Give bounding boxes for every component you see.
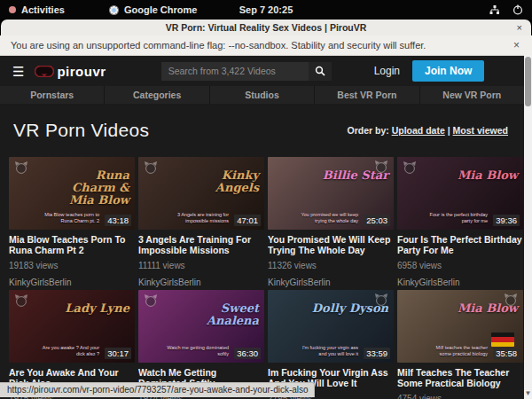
video-thumbnail[interactable]: Dolly Dyson I'm fucking your virgin ass … <box>268 290 394 363</box>
power-icon[interactable] <box>512 4 523 15</box>
view-count: 11111 views <box>138 261 264 270</box>
video-title-link[interactable]: 3 Angels Are Training For Impossible Mis… <box>138 234 264 255</box>
thumbnail-overlay-title: Sweet Analena <box>179 302 259 327</box>
nav-item-best-vr-porn[interactable]: Best VR Porn <box>315 86 419 104</box>
studio-mask-watermark-icon <box>14 161 28 174</box>
thumbnail-overlay-title: Kinky Angels <box>179 169 259 194</box>
video-thumbnail[interactable]: Mia Blow Milf teaches the teacher some p… <box>397 290 523 363</box>
order-by-label: Order by: <box>347 125 388 136</box>
duration-badge: 47:01 <box>234 215 261 226</box>
chrome-warning-bar: You are using an unsupported command-lin… <box>0 35 532 56</box>
video-thumbnail[interactable]: Lady Lyne Are you awake ? And your dick … <box>9 290 135 363</box>
duration-badge: 36:30 <box>234 348 261 359</box>
page-content: VR Porn Videos Order by: Upload date | M… <box>0 104 524 399</box>
site-header: ☰ pirouvr Login Join Now <box>0 56 532 86</box>
video-thumbnail[interactable]: Mia Blow Four is the perfect birthday pa… <box>397 157 523 230</box>
duration-badge: 25:03 <box>364 215 390 226</box>
thumbnail-overlay-title: Dolly Dyson <box>312 302 388 315</box>
site-nav: PornstarsCategoriesStudiosBest VR PornNe… <box>0 86 524 104</box>
video-card[interactable]: Mia Blow Milf teaches the teacher some p… <box>397 290 523 399</box>
studio-mask-watermark-icon <box>144 294 158 307</box>
search-input[interactable] <box>161 62 309 81</box>
status-url-bubble: https://pirouvr.com/vr-porn-video/779325… <box>0 382 315 397</box>
order-upload-date-link[interactable]: Upload date <box>392 125 445 136</box>
thumbnail-caption: Mia Blow teaches porn to Runa Charm pt. … <box>35 212 99 224</box>
view-count: 6958 views <box>397 261 523 270</box>
thumbnail-caption: Are you awake ? And your dick also ? <box>35 345 99 357</box>
duration-badge: 43:18 <box>105 215 131 226</box>
studio-mask-watermark-icon <box>144 161 158 174</box>
network-icon[interactable] <box>489 5 500 15</box>
thumbnail-overlay-title: Lady Lyne <box>65 302 129 315</box>
thumbnail-caption: Four is the perfect birthday party for m… <box>424 212 488 224</box>
view-count: 19183 views <box>9 261 135 270</box>
thumbnail-caption: Milf teaches the teacher some practical … <box>424 345 488 357</box>
order-most-viewed-link[interactable]: Most viewed <box>453 125 508 136</box>
video-thumbnail[interactable]: Sweet Analena Watch me getting dominated… <box>138 290 264 363</box>
video-thumbnail[interactable]: Billie Star You promised we will keep tr… <box>268 157 394 230</box>
system-top-bar: Activities Google Chrome Sep 7 20:25 <box>0 0 532 20</box>
warning-text: You are using an unsupported command-lin… <box>11 40 426 51</box>
duration-badge: 30:17 <box>105 348 131 359</box>
activities-button[interactable]: Activities <box>21 4 65 15</box>
scrollbar-down-arrow-icon[interactable]: ▼ <box>524 390 532 397</box>
page-title: VR Porn Videos <box>13 120 149 141</box>
recording-indicator-icon <box>9 6 16 13</box>
browser-tab-strip: VR Porn: Virtual Reality Sex Videos | Pi… <box>1 20 531 35</box>
warning-close-icon[interactable]: × <box>513 39 520 51</box>
studio-link[interactable]: KinkyGirlsBerlin <box>397 278 523 287</box>
order-by: Order by: Upload date | Most viewed <box>347 125 508 136</box>
duration-badge: 33:59 <box>364 348 390 359</box>
thumbnail-caption: I'm fucking your virgin ass and you will… <box>294 345 358 357</box>
scrollbar-thumb[interactable] <box>525 57 531 106</box>
login-link[interactable]: Login <box>374 65 400 77</box>
video-title-link[interactable]: You Promised We Will Keep Trying The Who… <box>268 234 394 255</box>
studio-link[interactable]: KinkyGirlsBerlin <box>9 278 135 287</box>
order-separator: | <box>448 125 450 136</box>
german-flag <box>491 332 514 347</box>
chrome-app-icon <box>109 5 119 15</box>
video-thumbnail[interactable]: Runa Charm & Mia Blow Mia Blow teaches p… <box>9 157 135 230</box>
app-menu-button[interactable]: Google Chrome <box>124 4 198 15</box>
video-card[interactable]: Mia Blow Four is the perfect birthday pa… <box>397 157 523 290</box>
video-title-link[interactable]: Four Is The Perfect Birthday Party For M… <box>397 234 523 255</box>
site-logo[interactable]: pirouvr <box>35 64 106 79</box>
video-card[interactable]: Billie Star You promised we will keep tr… <box>268 157 394 290</box>
view-count: 4754 views <box>397 394 523 399</box>
thumbnail-overlay-title: Mia Blow <box>458 302 518 315</box>
studio-link[interactable]: KinkyGirlsBerlin <box>268 278 394 287</box>
view-count: 11326 views <box>268 261 394 270</box>
scrollbar[interactable]: ▼ <box>524 55 532 399</box>
video-grid: Runa Charm & Mia Blow Mia Blow teaches p… <box>9 157 524 399</box>
nav-item-pornstars[interactable]: Pornstars <box>0 86 105 104</box>
studio-mask-watermark-icon <box>403 161 417 174</box>
video-card[interactable]: Runa Charm & Mia Blow Mia Blow teaches p… <box>9 157 135 290</box>
menu-icon[interactable]: ☰ <box>12 65 24 78</box>
search-icon <box>315 66 325 76</box>
thumbnail-overlay-title: Billie Star <box>323 169 388 182</box>
search-button[interactable] <box>309 62 332 81</box>
thumbnail-caption: Watch me getting dominated softly <box>165 345 229 357</box>
duration-badge: 39:36 <box>493 215 520 226</box>
thumbnail-caption: 3 Angels are training for impossible mis… <box>165 212 229 224</box>
video-card[interactable]: Kinky Angels 3 Angels are training for i… <box>138 157 264 290</box>
vr-headset-icon <box>35 66 54 77</box>
studio-link[interactable]: KinkyGirlsBerlin <box>138 278 264 287</box>
video-thumbnail[interactable]: Kinky Angels 3 Angels are training for i… <box>138 157 264 230</box>
thumbnail-overlay-title: Mia Blow <box>458 169 518 182</box>
nav-item-new-vr-porn[interactable]: New VR Porn <box>420 86 524 104</box>
tab-close-icon[interactable]: × <box>517 22 522 33</box>
thumbnail-overlay-title: Runa Charm & Mia Blow <box>50 169 129 207</box>
duration-badge: 35:58 <box>493 348 520 359</box>
video-title-link[interactable]: Mia Blow Teaches Porn To Runa Charm Pt 2 <box>9 234 135 255</box>
nav-item-categories[interactable]: Categories <box>105 86 209 104</box>
tab-title[interactable]: VR Porn: Virtual Reality Sex Videos | Pi… <box>1 22 531 33</box>
video-title-link[interactable]: Milf Teaches The Teacher Some Practical … <box>397 367 523 388</box>
join-now-button[interactable]: Join Now <box>412 60 484 82</box>
clock[interactable]: Sep 7 20:25 <box>0 4 532 15</box>
thumbnail-caption: You promised we will keep trying the who… <box>294 212 358 224</box>
studio-mask-watermark-icon <box>14 294 28 307</box>
logo-text: pirouvr <box>57 64 106 79</box>
nav-item-studios[interactable]: Studios <box>210 86 315 104</box>
